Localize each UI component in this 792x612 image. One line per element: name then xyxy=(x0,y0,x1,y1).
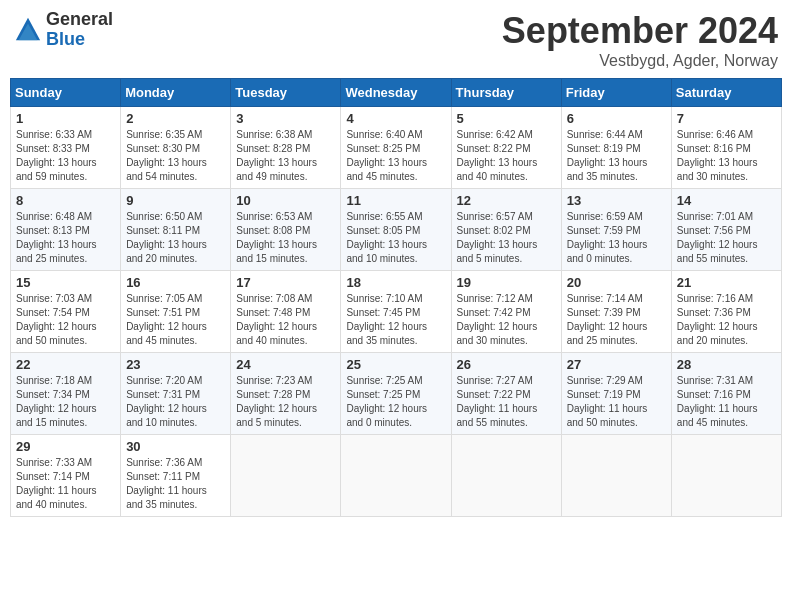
day-info: Sunrise: 6:38 AM Sunset: 8:28 PM Dayligh… xyxy=(236,128,335,184)
calendar-cell: 28Sunrise: 7:31 AM Sunset: 7:16 PM Dayli… xyxy=(671,353,781,435)
calendar-cell xyxy=(561,435,671,517)
logo: General Blue xyxy=(14,10,113,50)
day-info: Sunrise: 6:35 AM Sunset: 8:30 PM Dayligh… xyxy=(126,128,225,184)
day-info: Sunrise: 6:48 AM Sunset: 8:13 PM Dayligh… xyxy=(16,210,115,266)
day-number: 12 xyxy=(457,193,556,208)
calendar-cell: 19Sunrise: 7:12 AM Sunset: 7:42 PM Dayli… xyxy=(451,271,561,353)
day-number: 9 xyxy=(126,193,225,208)
day-info: Sunrise: 6:42 AM Sunset: 8:22 PM Dayligh… xyxy=(457,128,556,184)
day-number: 20 xyxy=(567,275,666,290)
logo-icon xyxy=(14,16,42,44)
day-info: Sunrise: 6:33 AM Sunset: 8:33 PM Dayligh… xyxy=(16,128,115,184)
day-number: 24 xyxy=(236,357,335,372)
calendar-cell: 9Sunrise: 6:50 AM Sunset: 8:11 PM Daylig… xyxy=(121,189,231,271)
logo-text: General Blue xyxy=(46,10,113,50)
calendar-cell: 20Sunrise: 7:14 AM Sunset: 7:39 PM Dayli… xyxy=(561,271,671,353)
calendar-cell xyxy=(671,435,781,517)
day-info: Sunrise: 7:23 AM Sunset: 7:28 PM Dayligh… xyxy=(236,374,335,430)
day-number: 29 xyxy=(16,439,115,454)
day-number: 5 xyxy=(457,111,556,126)
calendar-cell xyxy=(231,435,341,517)
day-number: 3 xyxy=(236,111,335,126)
day-info: Sunrise: 7:12 AM Sunset: 7:42 PM Dayligh… xyxy=(457,292,556,348)
day-info: Sunrise: 6:53 AM Sunset: 8:08 PM Dayligh… xyxy=(236,210,335,266)
day-number: 6 xyxy=(567,111,666,126)
day-number: 30 xyxy=(126,439,225,454)
calendar-header-row: SundayMondayTuesdayWednesdayThursdayFrid… xyxy=(11,79,782,107)
calendar-cell: 13Sunrise: 6:59 AM Sunset: 7:59 PM Dayli… xyxy=(561,189,671,271)
calendar-cell: 1Sunrise: 6:33 AM Sunset: 8:33 PM Daylig… xyxy=(11,107,121,189)
day-number: 16 xyxy=(126,275,225,290)
day-info: Sunrise: 6:59 AM Sunset: 7:59 PM Dayligh… xyxy=(567,210,666,266)
calendar-cell: 8Sunrise: 6:48 AM Sunset: 8:13 PM Daylig… xyxy=(11,189,121,271)
day-info: Sunrise: 6:50 AM Sunset: 8:11 PM Dayligh… xyxy=(126,210,225,266)
day-header-sunday: Sunday xyxy=(11,79,121,107)
calendar-cell: 4Sunrise: 6:40 AM Sunset: 8:25 PM Daylig… xyxy=(341,107,451,189)
day-number: 18 xyxy=(346,275,445,290)
day-info: Sunrise: 7:20 AM Sunset: 7:31 PM Dayligh… xyxy=(126,374,225,430)
day-header-monday: Monday xyxy=(121,79,231,107)
day-info: Sunrise: 7:33 AM Sunset: 7:14 PM Dayligh… xyxy=(16,456,115,512)
calendar-cell xyxy=(451,435,561,517)
day-number: 4 xyxy=(346,111,445,126)
day-number: 7 xyxy=(677,111,776,126)
day-number: 21 xyxy=(677,275,776,290)
calendar-cell: 18Sunrise: 7:10 AM Sunset: 7:45 PM Dayli… xyxy=(341,271,451,353)
day-header-friday: Friday xyxy=(561,79,671,107)
day-number: 23 xyxy=(126,357,225,372)
day-number: 11 xyxy=(346,193,445,208)
calendar-cell: 7Sunrise: 6:46 AM Sunset: 8:16 PM Daylig… xyxy=(671,107,781,189)
day-number: 1 xyxy=(16,111,115,126)
day-number: 15 xyxy=(16,275,115,290)
calendar-cell: 30Sunrise: 7:36 AM Sunset: 7:11 PM Dayli… xyxy=(121,435,231,517)
calendar-cell: 23Sunrise: 7:20 AM Sunset: 7:31 PM Dayli… xyxy=(121,353,231,435)
day-info: Sunrise: 7:16 AM Sunset: 7:36 PM Dayligh… xyxy=(677,292,776,348)
day-info: Sunrise: 7:25 AM Sunset: 7:25 PM Dayligh… xyxy=(346,374,445,430)
calendar-week-row: 22Sunrise: 7:18 AM Sunset: 7:34 PM Dayli… xyxy=(11,353,782,435)
calendar-cell: 26Sunrise: 7:27 AM Sunset: 7:22 PM Dayli… xyxy=(451,353,561,435)
calendar-table: SundayMondayTuesdayWednesdayThursdayFrid… xyxy=(10,78,782,517)
day-info: Sunrise: 7:08 AM Sunset: 7:48 PM Dayligh… xyxy=(236,292,335,348)
day-info: Sunrise: 7:05 AM Sunset: 7:51 PM Dayligh… xyxy=(126,292,225,348)
title-block: September 2024 Vestbygd, Agder, Norway xyxy=(502,10,778,70)
day-info: Sunrise: 7:14 AM Sunset: 7:39 PM Dayligh… xyxy=(567,292,666,348)
calendar-cell: 11Sunrise: 6:55 AM Sunset: 8:05 PM Dayli… xyxy=(341,189,451,271)
month-title: September 2024 xyxy=(502,10,778,52)
calendar-cell: 27Sunrise: 7:29 AM Sunset: 7:19 PM Dayli… xyxy=(561,353,671,435)
day-number: 10 xyxy=(236,193,335,208)
page-header: General Blue September 2024 Vestbygd, Ag… xyxy=(10,10,782,70)
calendar-cell: 29Sunrise: 7:33 AM Sunset: 7:14 PM Dayli… xyxy=(11,435,121,517)
logo-general: General xyxy=(46,10,113,30)
calendar-cell: 16Sunrise: 7:05 AM Sunset: 7:51 PM Dayli… xyxy=(121,271,231,353)
day-number: 22 xyxy=(16,357,115,372)
calendar-cell: 10Sunrise: 6:53 AM Sunset: 8:08 PM Dayli… xyxy=(231,189,341,271)
day-number: 26 xyxy=(457,357,556,372)
day-info: Sunrise: 6:40 AM Sunset: 8:25 PM Dayligh… xyxy=(346,128,445,184)
calendar-cell: 12Sunrise: 6:57 AM Sunset: 8:02 PM Dayli… xyxy=(451,189,561,271)
day-header-thursday: Thursday xyxy=(451,79,561,107)
day-info: Sunrise: 7:31 AM Sunset: 7:16 PM Dayligh… xyxy=(677,374,776,430)
day-number: 17 xyxy=(236,275,335,290)
calendar-week-row: 8Sunrise: 6:48 AM Sunset: 8:13 PM Daylig… xyxy=(11,189,782,271)
calendar-cell: 22Sunrise: 7:18 AM Sunset: 7:34 PM Dayli… xyxy=(11,353,121,435)
location: Vestbygd, Agder, Norway xyxy=(502,52,778,70)
day-number: 8 xyxy=(16,193,115,208)
calendar-week-row: 1Sunrise: 6:33 AM Sunset: 8:33 PM Daylig… xyxy=(11,107,782,189)
day-info: Sunrise: 6:55 AM Sunset: 8:05 PM Dayligh… xyxy=(346,210,445,266)
day-info: Sunrise: 7:01 AM Sunset: 7:56 PM Dayligh… xyxy=(677,210,776,266)
day-info: Sunrise: 6:46 AM Sunset: 8:16 PM Dayligh… xyxy=(677,128,776,184)
calendar-cell: 6Sunrise: 6:44 AM Sunset: 8:19 PM Daylig… xyxy=(561,107,671,189)
calendar-week-row: 15Sunrise: 7:03 AM Sunset: 7:54 PM Dayli… xyxy=(11,271,782,353)
calendar-cell: 24Sunrise: 7:23 AM Sunset: 7:28 PM Dayli… xyxy=(231,353,341,435)
day-info: Sunrise: 7:18 AM Sunset: 7:34 PM Dayligh… xyxy=(16,374,115,430)
day-number: 13 xyxy=(567,193,666,208)
day-number: 28 xyxy=(677,357,776,372)
day-info: Sunrise: 7:36 AM Sunset: 7:11 PM Dayligh… xyxy=(126,456,225,512)
day-header-tuesday: Tuesday xyxy=(231,79,341,107)
day-number: 27 xyxy=(567,357,666,372)
calendar-cell: 2Sunrise: 6:35 AM Sunset: 8:30 PM Daylig… xyxy=(121,107,231,189)
day-number: 19 xyxy=(457,275,556,290)
calendar-cell: 17Sunrise: 7:08 AM Sunset: 7:48 PM Dayli… xyxy=(231,271,341,353)
calendar-cell: 5Sunrise: 6:42 AM Sunset: 8:22 PM Daylig… xyxy=(451,107,561,189)
day-info: Sunrise: 6:44 AM Sunset: 8:19 PM Dayligh… xyxy=(567,128,666,184)
